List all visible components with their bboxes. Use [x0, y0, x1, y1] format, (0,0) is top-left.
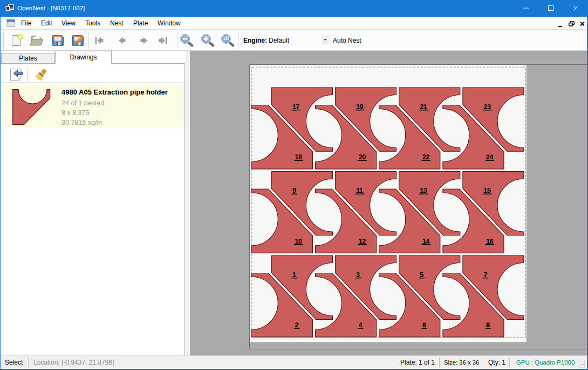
svg-text:20: 20	[359, 153, 366, 161]
svg-text:14: 14	[422, 238, 429, 245]
svg-text:12: 12	[359, 238, 366, 245]
svg-text:24: 24	[486, 153, 493, 161]
svg-text:16: 16	[486, 238, 493, 245]
svg-text:4: 4	[359, 321, 363, 329]
svg-text:10: 10	[295, 238, 302, 245]
svg-text:2: 2	[295, 321, 299, 329]
svg-text:7: 7	[484, 271, 488, 279]
svg-text:9: 9	[292, 187, 296, 194]
svg-text:5: 5	[420, 271, 423, 279]
svg-text:23: 23	[484, 103, 491, 111]
svg-text:6: 6	[422, 321, 426, 329]
svg-text:3: 3	[356, 271, 360, 279]
svg-text:21: 21	[420, 103, 427, 111]
svg-text:22: 22	[422, 153, 429, 161]
svg-text:1: 1	[292, 271, 296, 279]
svg-text:13: 13	[420, 187, 427, 194]
svg-text:17: 17	[292, 103, 299, 111]
svg-text:18: 18	[295, 153, 302, 161]
svg-text:19: 19	[356, 103, 363, 111]
svg-text:11: 11	[356, 187, 363, 194]
svg-text:15: 15	[484, 187, 491, 194]
svg-text:8: 8	[486, 321, 490, 329]
